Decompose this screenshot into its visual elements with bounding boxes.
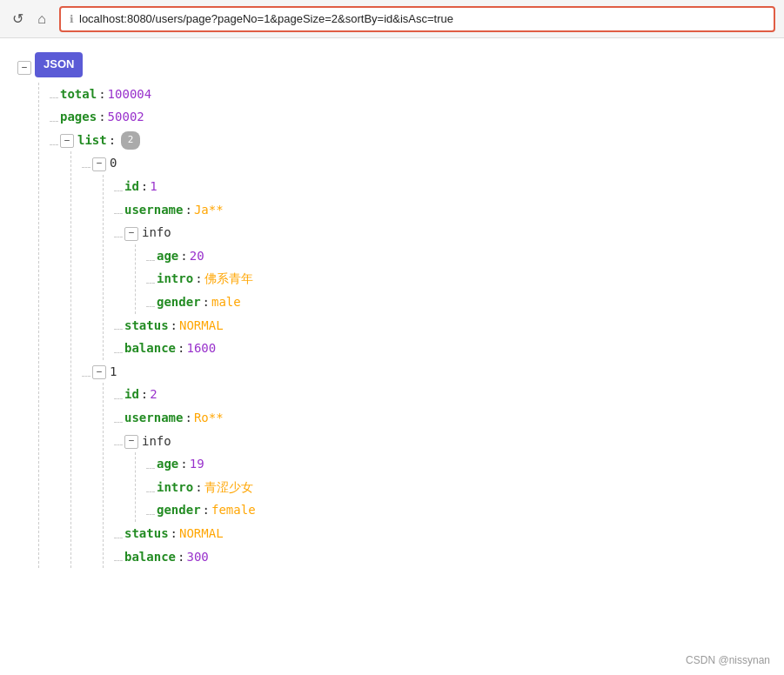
item-1-tree: id : 2 username : Ro** − info: [103, 383, 767, 568]
item-1-gender-row: gender : female: [146, 498, 767, 522]
connector: [114, 213, 123, 214]
item-1-intro-row: intro : 青涩少女: [146, 476, 767, 499]
item-0-id-value: 1: [150, 175, 157, 198]
connector: [114, 422, 123, 423]
address-bar[interactable]: ℹ localhost:8080/users/page?pageNo=1&pag…: [59, 6, 775, 32]
connector: [114, 329, 123, 330]
item-0-info-tree: age : 20 intro : 佛系青年 gender: [135, 244, 767, 314]
item-1-toggle[interactable]: −: [92, 365, 106, 379]
item-0-balance-key: balance: [124, 337, 176, 360]
item-0-tree: id : 1 username : Ja** − info: [103, 175, 767, 360]
item-1-status-key: status: [124, 522, 169, 545]
item-0-balance-row: balance : 1600: [114, 337, 767, 360]
url-text: localhost:8080/users/page?pageNo=1&pageS…: [79, 12, 453, 25]
item-0-intro-row: intro : 佛系青年: [146, 267, 767, 291]
list-count-badge: 2: [121, 131, 140, 150]
item-0-age-row: age : 20: [146, 244, 767, 268]
item-0-info-row: − info: [114, 221, 767, 244]
item-1-info-toggle[interactable]: −: [124, 435, 138, 449]
item-1-username-value: Ro**: [194, 406, 224, 430]
connector: [146, 306, 155, 307]
item-0-status-row: status : NORMAL: [114, 314, 767, 338]
item-1-id-row: id : 2: [114, 383, 767, 406]
list-key: list: [77, 129, 107, 152]
item-1-gender-value: female: [211, 498, 256, 522]
json-badge: JSON: [35, 52, 83, 77]
total-value: 100004: [108, 83, 152, 106]
total-key: total: [60, 83, 97, 106]
item-1-info-label: info: [142, 430, 171, 453]
refresh-icon[interactable]: ↺: [9, 10, 26, 28]
content-area: − JSON total : 100004 pages : 50002 − li…: [0, 38, 784, 582]
item-1-balance-key: balance: [124, 545, 176, 569]
connector: [50, 121, 58, 122]
root-toggle[interactable]: −: [17, 61, 31, 75]
nav-icons: ↺ ⌂: [9, 10, 50, 28]
item-0-gender-row: gender : male: [146, 291, 767, 314]
item-0-id-key: id: [124, 175, 139, 198]
list-row: − list : 2: [50, 129, 767, 152]
connector: [146, 283, 155, 284]
item-0-status-key: status: [124, 314, 169, 338]
list-toggle[interactable]: −: [60, 134, 74, 148]
item-1-id-key: id: [124, 383, 139, 406]
connector: [146, 491, 155, 492]
connector: [146, 514, 155, 515]
item-1-username-key: username: [124, 406, 183, 430]
item-1-gender-key: gender: [157, 498, 201, 522]
item-1-status-value: NORMAL: [179, 522, 224, 545]
item-0-age-key: age: [157, 244, 178, 268]
lock-icon: ℹ: [70, 13, 74, 25]
item-1-balance-value: 300: [186, 545, 208, 569]
item-1-index: 1: [110, 360, 117, 384]
item-1-age-key: age: [157, 452, 178, 476]
pages-value: 50002: [108, 105, 144, 129]
connector: [50, 97, 58, 98]
item-1-username-row: username : Ro**: [114, 406, 767, 430]
item-1-balance-row: balance : 300: [114, 545, 767, 569]
item-1-intro-key: intro: [157, 476, 193, 499]
list-tree: − 0 id : 1 username : Ja**: [70, 151, 767, 568]
item-0-status-value: NORMAL: [179, 314, 224, 338]
item-1-intro-value: 青涩少女: [204, 476, 253, 499]
item-0-row: − 0: [82, 151, 767, 175]
total-row: total : 100004: [50, 83, 767, 106]
item-0-info-label: info: [142, 221, 171, 244]
connector: [114, 352, 123, 353]
connector: [114, 538, 123, 538]
connector: [114, 398, 123, 399]
connector: [114, 560, 123, 561]
item-1-info-tree: age : 19 intro : 青涩少女 gender: [135, 452, 767, 522]
pages-key: pages: [60, 105, 97, 129]
connector: [114, 190, 123, 191]
item-0-gender-key: gender: [157, 291, 201, 314]
item-0-age-value: 20: [190, 244, 204, 268]
item-0-username-row: username : Ja**: [114, 198, 767, 222]
item-1-info-row: − info: [114, 430, 767, 453]
item-0-username-value: Ja**: [194, 198, 224, 222]
item-0-username-key: username: [124, 198, 183, 222]
pages-row: pages : 50002: [50, 105, 767, 129]
home-icon[interactable]: ⌂: [33, 10, 50, 28]
item-0-index: 0: [110, 151, 117, 175]
item-0-gender-value: male: [211, 291, 241, 314]
item-1-row: − 1: [82, 360, 767, 384]
item-1-id-value: 2: [150, 383, 157, 406]
item-1-status-row: status : NORMAL: [114, 522, 767, 545]
item-0-info-toggle[interactable]: −: [124, 227, 138, 241]
connector: [50, 144, 58, 145]
connector: [82, 376, 90, 377]
item-0-intro-value: 佛系青年: [204, 267, 253, 291]
item-0-toggle[interactable]: −: [92, 157, 106, 171]
connector: [82, 167, 90, 168]
item-0-intro-key: intro: [157, 267, 193, 291]
item-1-age-value: 19: [190, 452, 204, 476]
connector: [114, 444, 123, 445]
connector: [146, 468, 155, 469]
item-0-balance-value: 1600: [186, 337, 216, 360]
item-1-age-row: age : 19: [146, 452, 767, 476]
watermark: CSDN @nissynan: [686, 654, 770, 666]
root-tree: total : 100004 pages : 50002 − list : 2 …: [38, 83, 767, 568]
browser-toolbar: ↺ ⌂ ℹ localhost:8080/users/page?pageNo=1…: [0, 0, 784, 38]
connector: [114, 237, 123, 237]
